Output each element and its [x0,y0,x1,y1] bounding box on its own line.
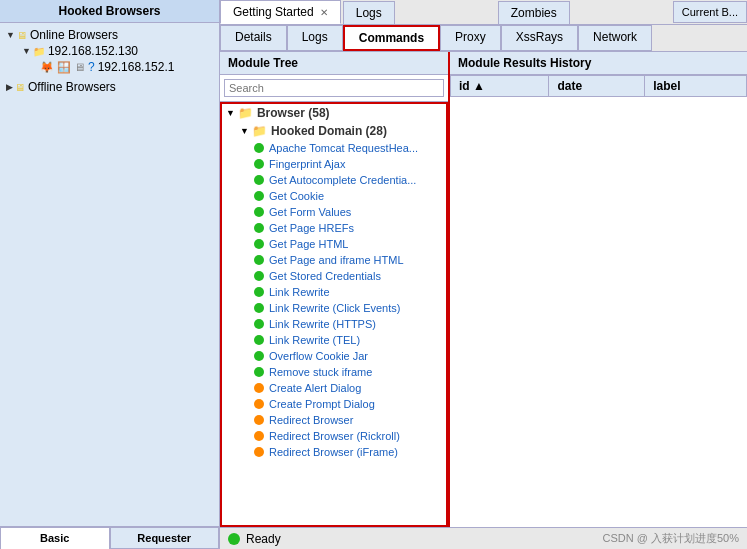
status-dot [254,447,264,457]
status-dot [254,415,264,425]
results-table: id ▲ date label [450,75,747,97]
status-dot [254,431,264,441]
module-item[interactable]: Link Rewrite [222,284,446,300]
module-item[interactable]: ▼📁Hooked Domain (28) [222,122,446,140]
tab-zombies[interactable]: Zombies [498,1,570,24]
module-item-label: Get Cookie [269,190,324,202]
status-dot [254,207,264,217]
module-item[interactable]: Link Rewrite (Click Events) [222,300,446,316]
module-item-label: Redirect Browser (iFrame) [269,446,398,458]
module-item-label: Create Prompt Dialog [269,398,375,410]
module-item[interactable]: Fingerprint Ajax [222,156,446,172]
status-indicator [228,533,240,545]
status-dot [254,223,264,233]
top-tabs-bar: Getting Started ✕ Logs Zombies Current B… [220,0,747,25]
status-dot [254,367,264,377]
module-item[interactable]: Redirect Browser (Rickroll) [222,428,446,444]
module-tree-header: Module Tree [220,52,448,75]
module-item[interactable]: Get Stored Credentials [222,268,446,284]
tab-xssrays[interactable]: XssRays [501,25,578,51]
col-date[interactable]: date [549,76,645,97]
folder-label: Hooked Domain (28) [271,124,387,138]
ip-group-item[interactable]: ▼ 📁 192.168.152.130 [4,43,215,59]
status-dot [254,303,264,313]
requester-button[interactable]: Requester [110,527,220,549]
module-item[interactable]: Apache Tomcat RequestHea... [222,140,446,156]
status-dot [254,319,264,329]
sidebar-tree: ▼ 🖥 Online Browsers ▼ 📁 192.168.152.130 … [0,23,219,526]
question-icon: ? [88,60,95,74]
folder-icon: 🖥 [17,30,27,41]
online-browsers-label: Online Browsers [30,28,118,42]
module-item-label: Link Rewrite (Click Events) [269,302,400,314]
module-item[interactable]: Overflow Cookie Jar [222,348,446,364]
module-item-label: Get Page and iframe HTML [269,254,404,266]
tab-zombies-label: Zombies [511,6,557,20]
offline-expand-icon: ▶ [6,82,13,92]
folder-expand-icon: ▼ [240,126,249,136]
sidebar: Hooked Browsers ▼ 🖥 Online Browsers ▼ 📁 … [0,0,220,549]
module-item-label: Redirect Browser [269,414,353,426]
sidebar-bottom: Basic Requester [0,526,219,549]
module-item-label: Redirect Browser (Rickroll) [269,430,400,442]
module-item[interactable]: Get Page and iframe HTML [222,252,446,268]
tab-logs-second[interactable]: Logs [287,25,343,51]
tab-logs-label: Logs [356,6,382,20]
close-getting-started-icon[interactable]: ✕ [320,7,328,18]
module-item[interactable]: Get Cookie [222,188,446,204]
current-browser-button[interactable]: Current B... [673,1,747,23]
firefox-icon: 🦊 [40,61,54,74]
module-item-label: Overflow Cookie Jar [269,350,368,362]
module-item-label: Apache Tomcat RequestHea... [269,142,418,154]
offline-browsers-item[interactable]: ▶ 🖥 Offline Browsers [4,79,215,95]
module-item[interactable]: Remove stuck iframe [222,364,446,380]
module-item-label: Get Stored Credentials [269,270,381,282]
status-dot [254,287,264,297]
tab-commands[interactable]: Commands [343,25,440,51]
tab-proxy[interactable]: Proxy [440,25,501,51]
module-item-label: Link Rewrite [269,286,330,298]
module-item[interactable]: Redirect Browser (iFrame) [222,444,446,460]
module-item-label: Get Page HREFs [269,222,354,234]
status-dot [254,399,264,409]
search-input[interactable] [224,79,444,97]
module-item[interactable]: Get Autocomplete Credentia... [222,172,446,188]
status-dot [254,335,264,345]
tab-getting-started[interactable]: Getting Started ✕ [220,0,341,24]
module-item-label: Fingerprint Ajax [269,158,345,170]
monitor-icon: 🖥 [74,61,85,73]
module-item[interactable]: Get Form Values [222,204,446,220]
status-dot [254,191,264,201]
col-label[interactable]: label [645,76,747,97]
online-browsers-item[interactable]: ▼ 🖥 Online Browsers [4,27,215,43]
split-area: Module Tree ▼📁Browser (58)▼📁Hooked Domai… [220,52,747,527]
module-item[interactable]: Link Rewrite (TEL) [222,332,446,348]
tab-details[interactable]: Details [220,25,287,51]
windows-icon: 🪟 [57,61,71,74]
module-tree-list: ▼📁Browser (58)▼📁Hooked Domain (28)Apache… [220,102,448,527]
content-area: Getting Started ✕ Logs Zombies Current B… [220,0,747,549]
offline-browsers-label: Offline Browsers [28,80,116,94]
folder-expand-icon: ▼ [226,108,235,118]
module-item[interactable]: Get Page HREFs [222,220,446,236]
status-dot [254,175,264,185]
module-item[interactable]: Link Rewrite (HTTPS) [222,316,446,332]
module-item[interactable]: Redirect Browser [222,412,446,428]
tab-logs[interactable]: Logs [343,1,395,24]
status-dot [254,351,264,361]
module-item[interactable]: ▼📁Browser (58) [222,104,446,122]
module-item[interactable]: Create Alert Dialog [222,380,446,396]
results-header: Module Results History [450,52,747,75]
ip-group-label: 192.168.152.130 [48,44,138,58]
expand-icon: ▼ [6,30,15,40]
status-dot [254,271,264,281]
module-item[interactable]: Get Page HTML [222,236,446,252]
results-panel: Module Results History id ▲ date label [450,52,747,527]
module-item[interactable]: Create Prompt Dialog [222,396,446,412]
watermark: CSDN @ 入获计划进度50% [603,531,739,546]
basic-button[interactable]: Basic [0,527,110,549]
ip-item[interactable]: 🦊 🪟 🖥 ? 192.168.152.1 [4,59,215,75]
col-id[interactable]: id ▲ [451,76,549,97]
tab-network[interactable]: Network [578,25,652,51]
status-dot [254,159,264,169]
